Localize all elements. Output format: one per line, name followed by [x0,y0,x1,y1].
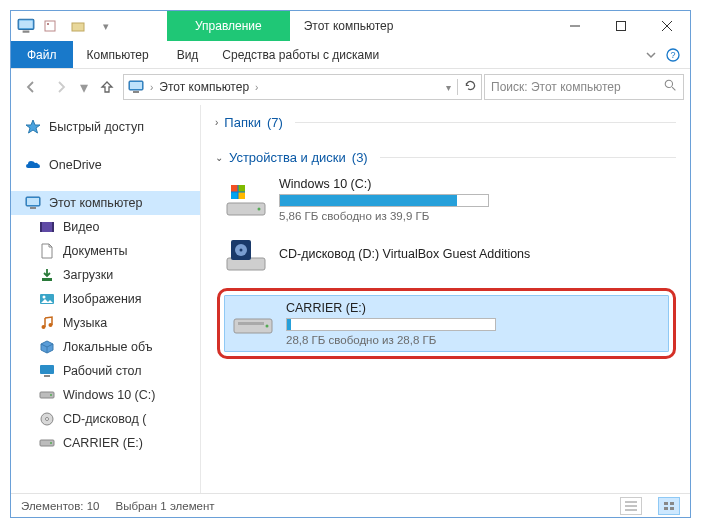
sidebar-item-drive-c[interactable]: Windows 10 (C:) [11,383,200,407]
svg-rect-54 [670,502,674,505]
sidebar-item-desktop[interactable]: Рабочий стол [11,359,200,383]
drive-name: Windows 10 (C:) [279,177,668,191]
tab-view[interactable]: Вид [163,41,213,68]
sidebar-item-3d-objects[interactable]: Локальные объ [11,335,200,359]
sidebar-item-downloads[interactable]: Загрузки [11,263,200,287]
drive-list: Windows 10 (C:) 5,86 ГБ свободно из 39,9… [217,171,676,359]
address-bar[interactable]: › Этот компьютер › ▾ [123,74,482,100]
back-button[interactable] [17,73,45,101]
group-count: (3) [352,150,368,165]
help-icon[interactable]: ? [666,41,680,68]
svg-rect-3 [45,21,55,31]
group-folders[interactable]: › Папки (7) [215,115,676,130]
sidebar-item-label: Локальные объ [63,340,152,354]
svg-rect-19 [30,207,36,209]
cd-drive-icon [225,234,267,276]
up-button[interactable] [93,73,121,101]
tab-computer[interactable]: Компьютер [73,41,163,68]
search-icon [664,79,677,95]
os-drive-icon [225,179,267,221]
search-input[interactable]: Поиск: Этот компьютер [484,74,684,100]
svg-point-49 [266,324,269,327]
status-selection: Выбран 1 элемент [115,500,214,512]
svg-rect-40 [239,185,246,192]
close-button[interactable] [644,11,690,41]
svg-rect-22 [52,222,54,232]
drive-item-d[interactable]: CD-дисковод (D:) VirtualBox Guest Additi… [217,228,676,282]
ribbon-tabs: Файл Компьютер Вид Средства работы с дис… [11,41,690,69]
address-dropdown-icon[interactable]: ▾ [446,82,451,93]
qat-new-folder-button[interactable] [65,13,91,39]
ribbon-context-tab[interactable]: Управление [167,11,290,41]
sidebar-item-onedrive[interactable]: OneDrive [11,153,200,177]
group-count: (7) [267,115,283,130]
minimize-button[interactable] [552,11,598,41]
download-icon [39,267,55,283]
svg-rect-55 [664,507,668,510]
breadcrumb[interactable]: Этот компьютер [159,80,249,94]
quick-access-toolbar: ▾ [11,11,119,41]
sidebar-item-label: Документы [63,244,127,258]
tab-file[interactable]: Файл [11,41,73,68]
ribbon-collapse-icon[interactable] [644,41,658,68]
large-icons-view-button[interactable] [658,497,680,515]
status-item-count: Элементов: 10 [21,500,99,512]
svg-point-26 [42,325,46,329]
svg-line-16 [672,87,675,90]
sidebar-item-documents[interactable]: Документы [11,239,200,263]
svg-point-25 [43,296,46,299]
group-label: Папки [224,115,261,130]
crumb-separator-icon[interactable]: › [255,82,258,93]
svg-text:?: ? [670,50,675,60]
chevron-down-icon: ⌄ [215,152,223,163]
drive-icon [39,387,55,403]
svg-rect-28 [40,365,54,374]
group-devices[interactable]: ⌄ Устройства и диски (3) [215,150,676,165]
drive-usage-bar [286,318,496,331]
svg-rect-39 [231,185,238,192]
refresh-button[interactable] [457,79,477,95]
video-icon [39,219,55,235]
music-icon [39,315,55,331]
svg-point-46 [240,249,243,252]
svg-rect-14 [133,91,139,93]
recent-dropdown-icon[interactable]: ▾ [77,73,91,101]
crumb-separator-icon[interactable]: › [150,82,153,93]
drive-item-c[interactable]: Windows 10 (C:) 5,86 ГБ свободно из 39,9… [217,171,676,228]
svg-point-37 [258,207,261,210]
svg-rect-18 [27,198,39,205]
desktop-icon [39,363,55,379]
sidebar-item-music[interactable]: Музыка [11,311,200,335]
details-view-button[interactable] [620,497,642,515]
sidebar-item-label: Этот компьютер [49,196,142,210]
svg-rect-41 [231,192,238,199]
maximize-button[interactable] [598,11,644,41]
sidebar-item-videos[interactable]: Видео [11,215,200,239]
svg-rect-56 [670,507,674,510]
sidebar-item-this-pc[interactable]: Этот компьютер [11,191,200,215]
sidebar-item-pictures[interactable]: Изображения [11,287,200,311]
sidebar-item-label: Загрузки [63,268,113,282]
tab-drive-tools[interactable]: Средства работы с дисками [212,41,389,68]
svg-rect-1 [19,20,33,28]
svg-rect-21 [40,222,42,232]
sidebar-item-cd-drive[interactable]: CD-дисковод ( [11,407,200,431]
svg-rect-13 [130,82,142,89]
qat-properties-button[interactable] [37,13,63,39]
forward-button[interactable] [47,73,75,101]
drive-free-text: 28,8 ГБ свободно из 28,8 ГБ [286,334,661,346]
qat-dropdown-icon[interactable]: ▾ [93,13,119,39]
sidebar-item-quick-access[interactable]: Быстрый доступ [11,115,200,139]
svg-rect-48 [238,322,264,325]
navigation-pane: Быстрый доступ OneDrive Этот компьютер В… [11,105,201,493]
group-label: Устройства и диски [229,150,346,165]
content-body: Быстрый доступ OneDrive Этот компьютер В… [11,105,690,493]
sidebar-item-label: CD-дисковод ( [63,412,146,426]
sidebar-item-drive-e[interactable]: CARRIER (E:) [11,431,200,455]
svg-point-33 [46,418,49,421]
svg-rect-5 [72,23,84,31]
svg-point-15 [665,80,672,87]
window-title: Этот компьютер [290,11,408,41]
drive-item-e[interactable]: CARRIER (E:) 28,8 ГБ свободно из 28,8 ГБ [224,295,669,352]
status-bar: Элементов: 10 Выбран 1 элемент [11,493,690,517]
